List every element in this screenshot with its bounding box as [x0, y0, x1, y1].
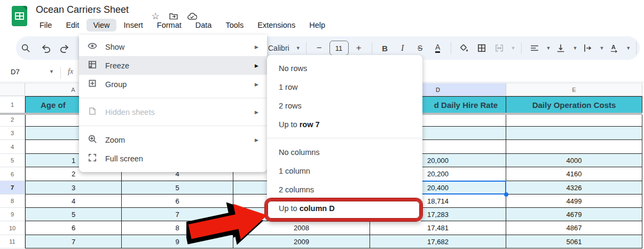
- divider: [60, 67, 61, 79]
- menu-format[interactable]: Format: [151, 19, 188, 32]
- cell-E5[interactable]: 4000: [506, 154, 642, 167]
- menu-item-label: Show: [105, 43, 124, 51]
- grid-corner-button[interactable]: [0, 83, 25, 96]
- strikethrough-icon[interactable]: S: [413, 41, 428, 56]
- row-header-4[interactable]: 4: [0, 140, 25, 154]
- menu-file[interactable]: File: [33, 19, 58, 32]
- row-header-10[interactable]: 10: [0, 221, 25, 235]
- menubar: FileEditViewInsertFormatDataToolsExtensi…: [33, 19, 332, 32]
- more-vert-icon[interactable]: [642, 41, 644, 56]
- font-family-selector[interactable]: Calibri: [267, 44, 292, 52]
- cell-A7[interactable]: 3: [25, 181, 122, 194]
- freeze-option-2-columns[interactable]: 2 columns: [267, 180, 422, 199]
- cell-E11[interactable]: 5061: [506, 235, 642, 248]
- row-header-7[interactable]: 7: [0, 181, 25, 194]
- undo-icon[interactable]: [38, 41, 53, 56]
- annotation-highlight-box: [265, 198, 422, 221]
- cell-E1[interactable]: Daily Operation Costs: [506, 96, 642, 113]
- vertical-align-icon[interactable]: [553, 41, 568, 56]
- cell-E6[interactable]: 4160: [506, 167, 642, 181]
- cell-D10[interactable]: 17,481: [370, 221, 506, 235]
- text-color-icon[interactable]: A: [430, 41, 445, 56]
- menu-tools[interactable]: Tools: [219, 19, 250, 32]
- italic-icon[interactable]: I: [395, 41, 410, 56]
- row-header-3[interactable]: 3: [0, 127, 25, 140]
- column-header-E[interactable]: E: [506, 83, 642, 96]
- view-menu-item-group[interactable]: Group▶: [79, 75, 267, 94]
- menu-item-label: Freeze: [105, 61, 129, 70]
- freeze-submenu: No rows1 row2 rowsUp to row 7No columns1…: [267, 55, 422, 222]
- freeze-option-no-columns[interactable]: No columns: [267, 143, 422, 161]
- menu-item-label: Full screen: [105, 154, 143, 163]
- redo-icon[interactable]: [58, 41, 73, 56]
- row-header-1[interactable]: 1: [0, 96, 25, 113]
- row-header-5[interactable]: 5: [0, 154, 25, 167]
- menu-item-label: 2 rows: [279, 102, 302, 110]
- cell-A11[interactable]: 7: [25, 235, 122, 248]
- horizontal-align-icon[interactable]: [527, 41, 542, 56]
- cell-E7[interactable]: 4326: [506, 181, 642, 194]
- text-rotation-caret-icon[interactable]: ▼: [626, 45, 631, 51]
- view-menu-item-freeze[interactable]: Freeze▶: [79, 56, 267, 75]
- text-rotation-icon[interactable]: A: [607, 41, 622, 56]
- menu-item-label: Group: [105, 80, 127, 89]
- text-wrap-caret-icon[interactable]: ▼: [599, 45, 604, 51]
- horizontal-align-caret-icon[interactable]: ▼: [546, 45, 551, 51]
- vertical-align-caret-icon[interactable]: ▼: [572, 45, 577, 51]
- freeze-option-no-rows[interactable]: No rows: [267, 59, 422, 77]
- freeze-option-up-to-row-7[interactable]: Up to row 7: [267, 115, 422, 134]
- borders-icon[interactable]: [474, 41, 489, 56]
- view-menu: Show▶Freeze▶Group▶Hidden sheets▶Zoom▶Ful…: [79, 35, 267, 172]
- cell-A8[interactable]: 4: [25, 194, 122, 208]
- document-title[interactable]: Ocean Carriers Sheet: [36, 4, 129, 15]
- decrease-font-size-button[interactable]: −: [312, 41, 327, 56]
- menu-item-label-bold: row 7: [300, 120, 320, 129]
- merge-cells-caret-icon[interactable]: ▼: [511, 45, 516, 51]
- menu-data[interactable]: Data: [189, 19, 218, 32]
- bold-icon[interactable]: B: [378, 41, 392, 56]
- cell-E10[interactable]: 4867: [506, 221, 642, 235]
- cell-E8[interactable]: 4499: [506, 194, 642, 208]
- freeze-option-1-column[interactable]: 1 column: [267, 161, 422, 180]
- menu-divider: [79, 126, 267, 126]
- cell-E9[interactable]: 4679: [506, 208, 642, 221]
- svg-text:A: A: [611, 44, 616, 50]
- menu-insert[interactable]: Insert: [117, 19, 150, 32]
- hidden-sheets-icon: [88, 106, 97, 118]
- view-menu-item-zoom[interactable]: Zoom▶: [79, 130, 267, 149]
- menu-item-label: 2 columns: [279, 185, 314, 194]
- row-header-11[interactable]: 11: [0, 235, 25, 248]
- text-wrap-icon[interactable]: [580, 41, 595, 56]
- cell-A9[interactable]: 5: [25, 208, 122, 221]
- fill-handle[interactable]: [504, 192, 508, 197]
- row-header-6[interactable]: 6: [0, 167, 25, 181]
- row-header-2[interactable]: 2: [0, 113, 25, 127]
- zoom-icon: [88, 134, 97, 145]
- font-size-input[interactable]: 11: [329, 41, 349, 56]
- toolbar-left: [18, 37, 73, 59]
- font-family-caret-icon[interactable]: ▼: [296, 45, 301, 51]
- view-menu-item-full-screen[interactable]: Full screen: [79, 149, 267, 168]
- menu-edit[interactable]: Edit: [59, 19, 85, 32]
- menu-extensions[interactable]: Extensions: [251, 19, 302, 32]
- view-menu-item-hidden-sheets[interactable]: Hidden sheets▶: [79, 103, 267, 121]
- name-box[interactable]: D7: [11, 68, 20, 76]
- name-box-caret-icon[interactable]: ▼: [49, 69, 54, 74]
- cell-E3[interactable]: [506, 127, 642, 140]
- row-header-8[interactable]: 8: [0, 194, 25, 208]
- increase-font-size-button[interactable]: +: [351, 41, 366, 56]
- freeze-option-1-row[interactable]: 1 row: [267, 77, 422, 96]
- search-icon[interactable]: [18, 41, 33, 56]
- row-header-9[interactable]: 9: [0, 208, 25, 221]
- freeze-option-2-rows[interactable]: 2 rows: [267, 96, 422, 115]
- cell-D11[interactable]: 17,682: [370, 235, 506, 248]
- menu-help[interactable]: Help: [303, 19, 332, 32]
- sheets-logo[interactable]: [12, 6, 27, 26]
- view-menu-item-show[interactable]: Show▶: [79, 37, 267, 56]
- merge-cells-icon[interactable]: [492, 41, 507, 56]
- fill-color-icon[interactable]: [457, 41, 472, 56]
- cell-A10[interactable]: 6: [25, 221, 122, 235]
- cell-E4[interactable]: [506, 140, 642, 154]
- menu-view[interactable]: View: [87, 19, 116, 32]
- cell-E2[interactable]: [506, 113, 642, 127]
